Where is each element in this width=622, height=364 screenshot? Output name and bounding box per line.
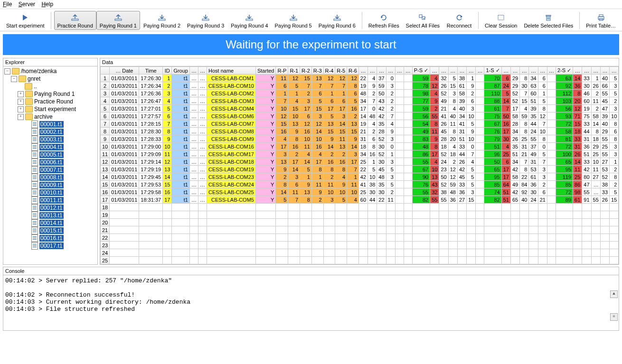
table-row[interactable]: 501/03/201117:27:015t1……CESS-LAB-COM4Y10…	[101, 105, 619, 112]
col-header[interactable]: R-P	[276, 67, 288, 75]
col-header[interactable]: …	[189, 67, 198, 75]
col-header[interactable]: …	[520, 67, 529, 75]
toolbar-reconnect[interactable]: Reconnect	[443, 11, 475, 30]
table-row[interactable]: 401/03/201117:26:474t1……CESS-LAB-COM3Y74…	[101, 97, 619, 105]
tree-item[interactable]: 00005.t1	[4, 151, 97, 159]
col-header[interactable]: P-S ✓	[412, 67, 430, 75]
col-header[interactable]: Group	[172, 67, 190, 75]
tree-item[interactable]: 00010.t1	[4, 189, 97, 196]
col-header[interactable]: …	[501, 67, 510, 75]
tree-item[interactable]: 00014.t1	[4, 219, 97, 227]
tree-item[interactable]: 00002.t1	[4, 128, 97, 136]
col-header[interactable]: …	[198, 67, 207, 75]
tree-toggle[interactable]: +	[18, 99, 24, 105]
table-row[interactable]: 1001/03/201117:29:0010t1……CESS-LAB-COM16…	[101, 143, 619, 150]
table-row[interactable]: 1101/03/201117:29:0911t1……CESS-LAB-COM17…	[101, 150, 619, 158]
tree-item[interactable]: −/home/zdenka	[4, 67, 97, 75]
tree-item[interactable]: −gnret	[4, 75, 97, 83]
tree-item[interactable]: 00017.t1	[4, 242, 97, 250]
toolbar-paying-round-4[interactable]: Paying Round 4	[227, 11, 271, 30]
col-header[interactable]: 1-S ✓	[484, 67, 501, 75]
table-row[interactable]: 1601/03/201117:29:5816t1……CESS-LAB-COM25…	[101, 188, 619, 196]
console-body[interactable]: 00:14:02 > Server replied: 257 "/home/zd…	[3, 275, 619, 330]
col-header[interactable]: …	[610, 67, 619, 75]
col-header[interactable]: R-3	[311, 67, 323, 75]
col-header[interactable]: …	[368, 67, 377, 75]
tree-item[interactable]: 00004.t1	[4, 143, 97, 151]
col-header[interactable]: R-6	[347, 67, 359, 75]
data-grid-wrap[interactable]: … DateTimeIDGroup……Host nameStartedR-PR-…	[100, 66, 619, 264]
explorer-tree[interactable]: −/home/zdenka−gnret..+Paying Round 1+Pra…	[3, 66, 97, 264]
col-header[interactable]: …	[547, 67, 556, 75]
col-header[interactable]: …	[510, 67, 519, 75]
col-header[interactable]: …	[476, 67, 484, 75]
toolbar-paying-round-5[interactable]: Paying Round 5	[271, 11, 315, 30]
tree-toggle[interactable]: +	[18, 91, 24, 97]
tree-item[interactable]: +Start experiment	[4, 105, 97, 113]
tree-item[interactable]: 00008.t1	[4, 174, 97, 181]
table-row[interactable]: 21	[101, 226, 619, 234]
table-row[interactable]: 19	[101, 211, 619, 219]
col-header[interactable]: Host name	[207, 67, 255, 75]
tree-item[interactable]: 00007.t1	[4, 166, 97, 174]
tree-item[interactable]: 00006.t1	[4, 159, 97, 166]
col-header[interactable]: …	[591, 67, 600, 75]
tree-item[interactable]: 00016.t1	[4, 234, 97, 242]
toolbar-refresh-files[interactable]: Refresh Files	[365, 11, 403, 30]
col-header[interactable]: R-4	[323, 67, 335, 75]
table-row[interactable]: 22	[101, 234, 619, 242]
table-row[interactable]: 101/03/201117:26:301t1……CESS-LAB-COM1Y11…	[101, 75, 619, 82]
col-header[interactable]	[101, 67, 110, 75]
col-header[interactable]: …	[600, 67, 609, 75]
table-row[interactable]: 25	[101, 257, 619, 264]
table-row[interactable]: 1201/03/201117:29:1412t1……CESS-LAB-COM18…	[101, 158, 619, 166]
toolbar-start-experiment[interactable]: Start experiment	[3, 11, 48, 30]
toolbar-paying-round-3[interactable]: Paying Round 3	[184, 11, 227, 30]
col-header[interactable]: Started	[255, 67, 275, 75]
col-header[interactable]: …	[467, 67, 476, 75]
table-row[interactable]: 601/03/201117:27:576t1……CESS-LAB-COM6Y12…	[101, 112, 619, 120]
col-header[interactable]: …	[538, 67, 547, 75]
tree-toggle[interactable]: +	[18, 114, 24, 120]
table-row[interactable]: 201/03/201117:26:342t1……CESS-LAB-COM10Y6…	[101, 82, 619, 90]
col-header[interactable]: R-5	[335, 67, 347, 75]
table-row[interactable]: 23	[101, 242, 619, 249]
tree-toggle[interactable]: −	[4, 68, 10, 75]
col-header[interactable]: R-1	[288, 67, 300, 75]
tree-toggle[interactable]: +	[18, 106, 24, 112]
col-header[interactable]: 2-S ✓	[556, 67, 573, 75]
col-header[interactable]: …	[439, 67, 448, 75]
data-grid[interactable]: … DateTimeIDGroup……Host nameStartedR-PR-…	[100, 66, 619, 264]
toolbar-select-all-files[interactable]: Select All Files	[403, 11, 443, 30]
tree-item[interactable]: 00003.t1	[4, 136, 97, 143]
toolbar-clear-session[interactable]: Clear Session	[481, 11, 520, 30]
tree-item[interactable]: +Practice Round	[4, 98, 97, 105]
tree-item[interactable]: 00013.t1	[4, 212, 97, 219]
tree-item[interactable]: 00009.t1	[4, 181, 97, 189]
col-header[interactable]: …	[448, 67, 457, 75]
table-row[interactable]: 1501/03/201117:29:5315t1……CESS-LAB-COM24…	[101, 181, 619, 188]
tree-item[interactable]: 00012.t1	[4, 204, 97, 212]
table-row[interactable]: 301/03/201117:26:363t1……CESS-LAB-COM2Y11…	[101, 90, 619, 97]
col-header[interactable]: …	[430, 67, 439, 75]
col-header[interactable]: … Date	[110, 67, 139, 75]
menu-help[interactable]: Help	[41, 1, 53, 8]
col-header[interactable]: Time	[139, 67, 163, 75]
toolbar-paying-round-1[interactable]: Paying Round 1	[96, 11, 140, 30]
col-header[interactable]: …	[582, 67, 591, 75]
tree-item[interactable]: 00015.t1	[4, 227, 97, 234]
table-row[interactable]: 901/03/201117:28:339t1……CESS-LAB-COM9Y48…	[101, 135, 619, 143]
toolbar-paying-round-2[interactable]: Paying Round 2	[140, 11, 184, 30]
col-header[interactable]: …	[529, 67, 538, 75]
col-header[interactable]: …	[395, 67, 404, 75]
toolbar-print-table-[interactable]: Print Table…	[583, 11, 619, 30]
table-row[interactable]: 801/03/201117:28:308t1……CESS-LAB-COM8Y16…	[101, 128, 619, 135]
toolbar-paying-round-6[interactable]: Paying Round 6	[315, 11, 359, 30]
menu-server[interactable]: Server	[19, 1, 35, 8]
col-header[interactable]: …	[386, 67, 395, 75]
tree-item[interactable]: ..	[4, 83, 97, 90]
table-row[interactable]: 18	[101, 204, 619, 211]
console-scroll-up[interactable]: ▲	[610, 290, 618, 298]
col-header[interactable]: …	[377, 67, 386, 75]
tree-item[interactable]: 00011.t1	[4, 196, 97, 204]
